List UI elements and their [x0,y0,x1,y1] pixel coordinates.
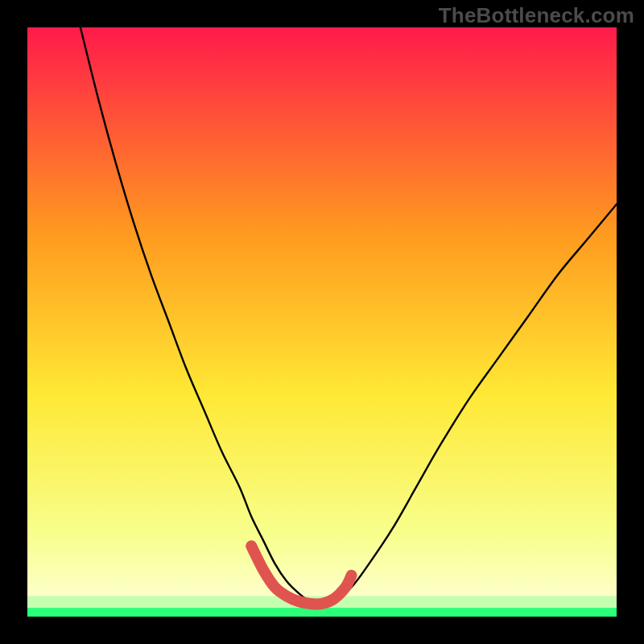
plot-background [27,27,617,617]
bottleneck-chart [0,0,644,644]
chart-frame: TheBottleneck.com [0,0,644,644]
watermark-text: TheBottleneck.com [439,3,634,28]
